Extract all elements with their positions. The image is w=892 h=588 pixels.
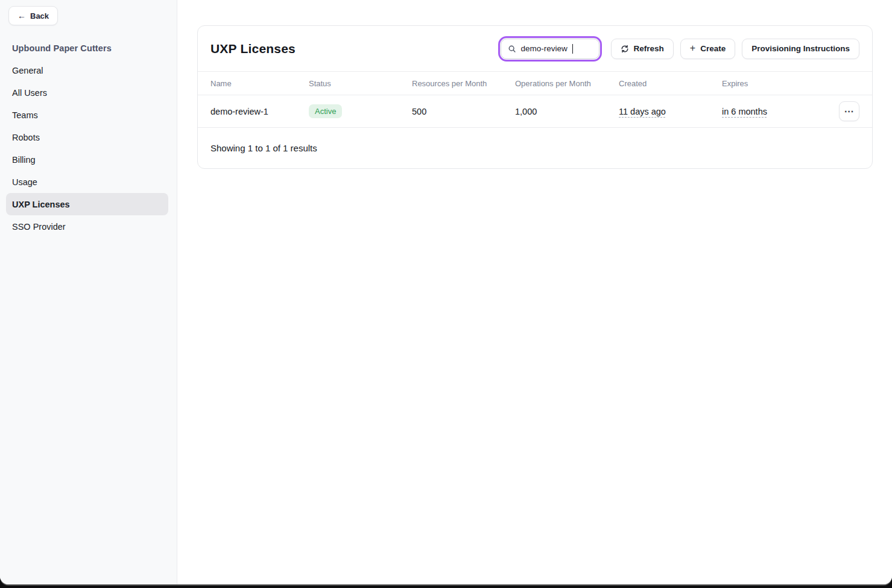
refresh-button-label: Refresh — [634, 44, 664, 53]
back-arrow-icon: ← — [17, 11, 26, 20]
sidebar-item-billing[interactable]: Billing — [6, 148, 168, 171]
column-header-status: Status — [309, 79, 412, 88]
results-summary: Showing 1 to 1 of 1 results — [210, 143, 317, 153]
search-icon — [508, 45, 516, 53]
sidebar-item-teams[interactable]: Teams — [6, 104, 168, 126]
license-expires-cell: in 6 months — [722, 107, 833, 116]
app-window: ← Back Upbound Paper Cutters General All… — [0, 0, 892, 584]
provisioning-instructions-button[interactable]: Provisioning Instructions — [742, 39, 859, 59]
sidebar-item-sso-provider[interactable]: SSO Provider — [6, 215, 168, 238]
column-header-name: Name — [210, 79, 309, 88]
back-button[interactable]: ← Back — [8, 6, 58, 25]
sidebar-item-uxp-licenses[interactable]: UXP Licenses — [6, 193, 168, 215]
refresh-button[interactable]: Refresh — [611, 39, 674, 59]
ellipsis-icon: ⋯ — [844, 107, 855, 116]
row-actions-cell: ⋯ — [833, 101, 859, 121]
row-menu-button[interactable]: ⋯ — [839, 101, 859, 121]
license-status-cell: Active — [309, 104, 412, 118]
sidebar-item-all-users[interactable]: All Users — [6, 81, 168, 104]
create-button[interactable]: + Create — [680, 39, 735, 59]
sidebar-item-general[interactable]: General — [6, 59, 168, 81]
settings-sidebar: ← Back Upbound Paper Cutters General All… — [0, 0, 177, 584]
create-button-label: Create — [700, 44, 726, 53]
sidebar-item-robots[interactable]: Robots — [6, 126, 168, 148]
license-resources: 500 — [412, 107, 515, 116]
text-caret — [572, 44, 574, 54]
table-header-row: Name Status Resources per Month Operatio… — [198, 72, 872, 95]
refresh-icon — [621, 45, 629, 53]
column-header-created: Created — [619, 79, 722, 88]
license-operations: 1,000 — [515, 107, 619, 116]
uxp-licenses-card: UXP Licenses demo-review — [197, 25, 873, 169]
search-value: demo-review — [521, 44, 568, 53]
status-badge: Active — [309, 104, 342, 118]
created-relative-time[interactable]: 11 days ago — [619, 107, 666, 116]
toolbar: demo-review Refresh + — [501, 39, 859, 59]
page-title: UXP Licenses — [210, 42, 296, 56]
license-created-cell: 11 days ago — [619, 107, 722, 116]
back-button-label: Back — [30, 11, 49, 21]
table-row: demo-review-1 Active 500 1,000 11 days a… — [198, 95, 872, 128]
plus-icon: + — [690, 43, 695, 53]
sidebar-item-usage[interactable]: Usage — [6, 171, 168, 193]
main-content: UXP Licenses demo-review — [177, 0, 892, 584]
sidebar-nav: Upbound Paper Cutters General All Users … — [0, 37, 177, 238]
column-header-resources: Resources per Month — [412, 79, 515, 88]
license-name: demo-review-1 — [210, 107, 309, 116]
org-title: Upbound Paper Cutters — [0, 37, 177, 59]
provisioning-instructions-label: Provisioning Instructions — [751, 44, 850, 53]
column-header-operations: Operations per Month — [515, 79, 619, 88]
card-footer: Showing 1 to 1 of 1 results — [198, 128, 872, 168]
expires-relative-time[interactable]: in 6 months — [722, 107, 767, 116]
card-header: UXP Licenses demo-review — [198, 26, 872, 72]
column-header-expires: Expires — [722, 79, 833, 88]
search-input[interactable]: demo-review — [501, 39, 599, 59]
